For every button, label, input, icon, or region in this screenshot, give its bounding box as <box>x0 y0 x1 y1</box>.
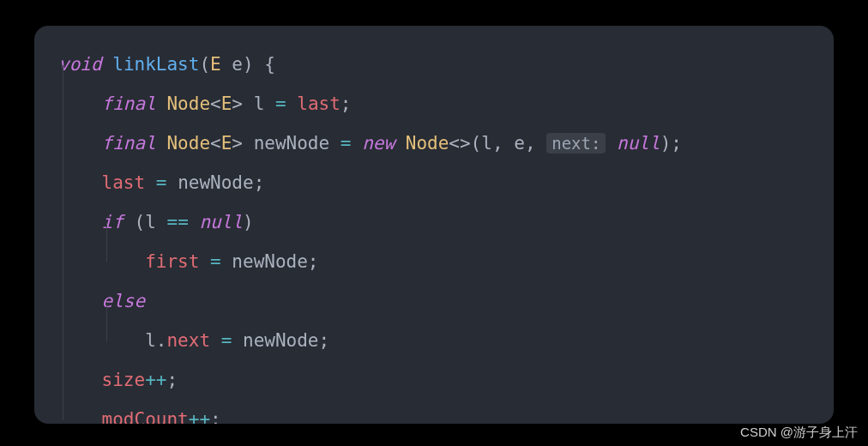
code-line: if (l == null) <box>58 202 810 242</box>
code-line: first = newNode; <box>58 242 810 281</box>
keyword-null: null <box>199 212 243 232</box>
var-newnode: newNode <box>254 133 330 154</box>
keyword-void: void <box>58 54 102 75</box>
keyword-new: new <box>362 133 395 154</box>
var-l: l <box>254 93 265 114</box>
keyword-else: else <box>102 291 146 311</box>
field-size: size <box>102 370 146 390</box>
field-last: last <box>297 93 341 114</box>
field-first: first <box>145 251 199 272</box>
code-line: last = newNode; <box>58 163 810 202</box>
inlay-hint-next: next: <box>546 133 606 154</box>
field-modcount: modCount <box>102 409 189 424</box>
param-type: E <box>210 54 221 75</box>
field-next: next <box>166 330 210 351</box>
code-line: size++; <box>58 360 810 400</box>
code-line: final Node<E> newNode = new Node<>(l, e,… <box>58 124 810 163</box>
code-line: void linkLast(E e) { <box>58 45 810 84</box>
ctor-node: Node <box>406 133 449 154</box>
code-line: else <box>58 281 810 321</box>
code-line: l.next = newNode; <box>58 321 810 360</box>
code-block: void linkLast(E e) { final Node<E> l = l… <box>34 26 834 424</box>
keyword-final: final <box>102 133 156 154</box>
watermark: CSDN @游子身上汗 <box>740 425 858 441</box>
type-node: Node <box>166 93 210 114</box>
code-line: modCount++; <box>58 400 810 424</box>
keyword-if: if <box>102 212 124 232</box>
param-name: e <box>232 54 243 75</box>
type-node: Node <box>166 133 210 154</box>
code-line: final Node<E> l = last; <box>58 84 810 124</box>
keyword-final: final <box>102 93 156 114</box>
keyword-null: null <box>617 133 660 154</box>
field-last: last <box>102 172 146 193</box>
function-name: linkLast <box>112 54 199 75</box>
